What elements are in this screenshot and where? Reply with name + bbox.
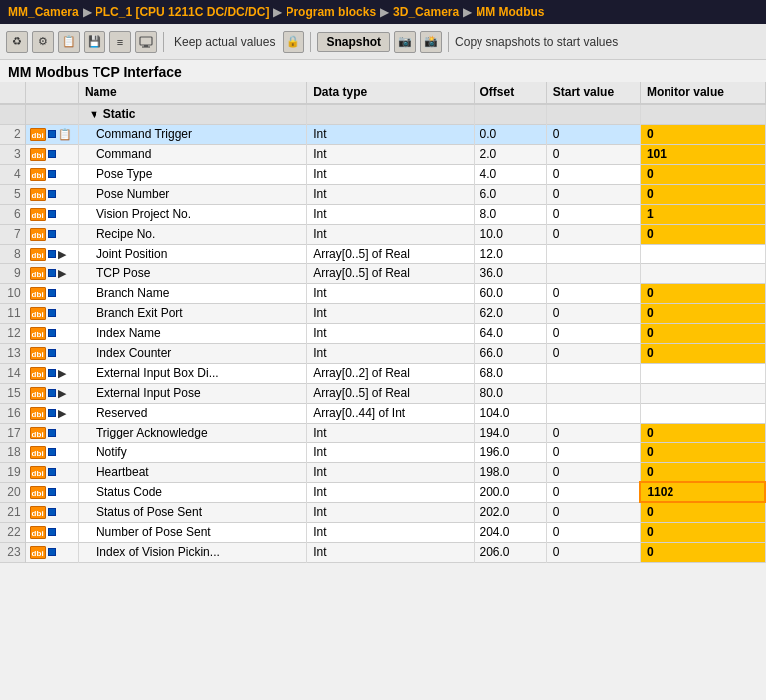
type-icon: [48, 448, 56, 456]
data-table-container[interactable]: Name Data type Offset Start value Monito…: [0, 82, 766, 696]
row-monitorvalue: 0: [640, 343, 765, 363]
db-icon: dbi: [30, 327, 46, 340]
toolbar-btn-camera2[interactable]: 📸: [420, 31, 442, 53]
row-offset: 68.0: [474, 363, 546, 383]
type-icon: [48, 468, 56, 476]
table-row[interactable]: 2dbi📋Command TriggerInt0.000: [0, 124, 765, 144]
toolbar-btn-list[interactable]: ≡: [109, 31, 131, 53]
table-row[interactable]: 11dbiBranch Exit PortInt62.000: [0, 303, 765, 323]
row-icons: dbi: [25, 522, 78, 542]
table-row[interactable]: 23dbiIndex of Vision Pickin...Int206.000: [0, 542, 765, 562]
row-monitorvalue: 0: [640, 542, 765, 562]
row-offset: 60.0: [474, 283, 546, 303]
collapse-icon[interactable]: ▼: [89, 108, 99, 120]
table-row[interactable]: ▼Static: [0, 104, 765, 124]
breadcrumb-item-2[interactable]: PLC_1 [CPU 1211C DC/DC/DC]: [96, 5, 270, 19]
data-table: Name Data type Offset Start value Monito…: [0, 82, 766, 563]
table-row[interactable]: 13dbiIndex CounterInt66.000: [0, 343, 765, 363]
type-icon: [48, 349, 56, 357]
row-startvalue: 0: [546, 522, 640, 542]
row-offset: 198.0: [474, 462, 546, 482]
type-icon: [48, 409, 56, 417]
row-offset: 202.0: [474, 502, 546, 522]
row-number: 20: [0, 482, 25, 502]
table-row[interactable]: 22dbiNumber of Pose SentInt204.000: [0, 522, 765, 542]
expand-icon[interactable]: ▶: [58, 367, 66, 380]
table-row[interactable]: 6dbiVision Project No.Int8.001: [0, 204, 765, 224]
row-icons: dbi: [25, 502, 78, 522]
row-monitorvalue: 0: [640, 124, 765, 144]
expand-icon[interactable]: ▶: [58, 407, 66, 420]
table-row[interactable]: 8dbi▶Joint PositionArray[0..5] of Real12…: [0, 244, 765, 263]
table-row[interactable]: 18dbiNotifyInt196.000: [0, 442, 765, 462]
db-icon: dbi: [30, 446, 46, 459]
row-offset: 204.0: [474, 522, 546, 542]
table-row[interactable]: 14dbi▶External Input Box Di...Array[0..2…: [0, 363, 765, 383]
row-name: Index Name: [78, 323, 306, 343]
row-name: Reserved: [78, 403, 306, 423]
breadcrumb-sep-1: ▶: [83, 5, 92, 19]
keep-actual-values-label[interactable]: Keep actual values: [170, 35, 279, 49]
col-header-num: [0, 82, 25, 104]
row-icons: dbi: [25, 283, 78, 303]
row-datatype: Int: [307, 502, 474, 522]
table-row[interactable]: 4dbiPose TypeInt4.000: [0, 164, 765, 184]
toolbar-btn-copy[interactable]: 📋: [58, 31, 80, 53]
expand-icon[interactable]: ▶: [58, 387, 66, 400]
toolbar-btn-recycle[interactable]: ♻: [6, 31, 28, 53]
expand-icon[interactable]: ▶: [58, 248, 66, 261]
type-icon: [48, 190, 56, 198]
edit-icon[interactable]: 📋: [58, 128, 72, 141]
col-header-name: Name: [78, 82, 306, 104]
table-row[interactable]: 15dbi▶External Input PoseArray[0..5] of …: [0, 383, 765, 403]
table-row[interactable]: 21dbiStatus of Pose SentInt202.000: [0, 502, 765, 522]
row-name: Index Counter: [78, 343, 306, 363]
row-name: Index of Vision Pickin...: [78, 542, 306, 562]
expand-icon[interactable]: ▶: [58, 267, 66, 280]
table-row[interactable]: 20dbiStatus CodeInt200.001102: [0, 482, 765, 502]
row-datatype: Int: [307, 184, 474, 204]
table-row[interactable]: 3dbiCommandInt2.00101: [0, 144, 765, 164]
row-startvalue: 0: [546, 502, 640, 522]
row-startvalue: [546, 263, 640, 283]
table-row[interactable]: 12dbiIndex NameInt64.000: [0, 323, 765, 343]
row-name: External Input Box Di...: [78, 363, 306, 383]
type-icon: [48, 269, 56, 277]
breadcrumb-item-4[interactable]: 3D_Camera: [393, 5, 459, 19]
row-offset: 62.0: [474, 303, 546, 323]
row-monitorvalue: [640, 383, 765, 403]
table-row[interactable]: 17dbiTrigger AcknowledgeInt194.000: [0, 423, 765, 442]
snapshot-button[interactable]: Snapshot: [317, 32, 390, 52]
row-startvalue: 0: [546, 482, 640, 502]
toolbar-separator-3: [448, 32, 449, 52]
toolbar-btn-camera1[interactable]: 📷: [394, 31, 416, 53]
toolbar-btn-monitor[interactable]: [135, 31, 157, 53]
breadcrumb-item-1[interactable]: MM_Camera: [8, 5, 79, 19]
row-startvalue: 0: [546, 164, 640, 184]
row-offset: 206.0: [474, 542, 546, 562]
table-row[interactable]: 9dbi▶TCP PoseArray[0..5] of Real36.0: [0, 263, 765, 283]
toolbar-btn-save[interactable]: 💾: [84, 31, 105, 53]
row-monitorvalue: 0: [640, 522, 765, 542]
row-startvalue: 0: [546, 283, 640, 303]
db-icon: dbi: [30, 148, 46, 161]
breadcrumb-item-3[interactable]: Program blocks: [286, 5, 376, 19]
toolbar-btn-lock[interactable]: 🔒: [283, 31, 304, 53]
toolbar-btn-settings[interactable]: ⚙: [32, 31, 54, 53]
row-icons: dbi▶: [25, 244, 78, 263]
row-number: 8: [0, 244, 25, 263]
table-row[interactable]: 5dbiPose NumberInt6.000: [0, 184, 765, 204]
breadcrumb-item-5[interactable]: MM Modbus: [476, 5, 544, 19]
table-row[interactable]: 16dbi▶ReservedArray[0..44] of Int104.0: [0, 403, 765, 423]
row-monitorvalue: [640, 403, 765, 423]
table-row[interactable]: 7dbiRecipe No.Int10.000: [0, 224, 765, 244]
row-name: Status of Pose Sent: [78, 502, 306, 522]
row-name: Notify: [78, 442, 306, 462]
row-startvalue: 0: [546, 323, 640, 343]
table-row[interactable]: 10dbiBranch NameInt60.000: [0, 283, 765, 303]
row-monitorvalue: 0: [640, 184, 765, 204]
row-monitorvalue: 0: [640, 303, 765, 323]
row-offset: 12.0: [474, 244, 546, 263]
table-row[interactable]: 19dbiHeartbeatInt198.000: [0, 462, 765, 482]
type-icon: [48, 150, 56, 158]
